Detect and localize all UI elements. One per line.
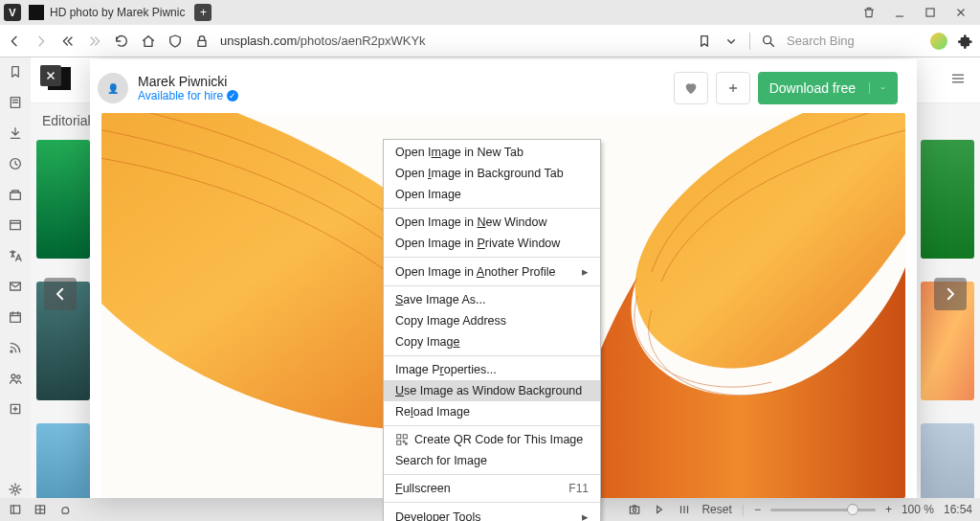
browser-toolbar: unsplash.com/photos/aenR2pxWKYk Search B… [0, 25, 980, 57]
search-input[interactable]: Search Bing [787, 30, 921, 53]
svg-rect-18 [11, 506, 19, 513]
zoom-out-button[interactable]: − [754, 503, 761, 516]
ctx-developer-tools[interactable]: Developer Tools▸ [384, 506, 600, 521]
next-photo-button[interactable] [934, 278, 967, 310]
ctx-save-as[interactable]: Save Image As... [384, 289, 600, 310]
svg-rect-17 [397, 441, 401, 444]
trash-icon[interactable] [854, 1, 884, 24]
svg-point-10 [11, 374, 15, 378]
settings-panel-icon[interactable] [7, 481, 24, 498]
search-icon[interactable] [760, 33, 777, 50]
svg-rect-5 [11, 193, 21, 199]
verified-icon: ✓ [227, 90, 238, 102]
bookmarks-panel-icon[interactable] [7, 63, 24, 80]
add-panel-icon[interactable] [7, 400, 24, 418]
thumbnail[interactable] [921, 140, 974, 259]
reading-list-panel-icon[interactable] [7, 94, 24, 111]
profile-avatar-icon[interactable] [930, 33, 947, 50]
lock-icon[interactable] [193, 33, 211, 50]
page-actions-icon[interactable] [652, 502, 667, 517]
thumbnail[interactable] [36, 140, 90, 259]
svg-point-11 [17, 375, 20, 378]
thumb-column-right [921, 140, 974, 498]
qr-icon [395, 433, 409, 446]
context-menu: Open Image in New Tab Open Image in Back… [383, 139, 601, 521]
like-button[interactable] [674, 72, 708, 104]
ctx-open-profile[interactable]: Open Image in Another Profile▸ [384, 260, 600, 283]
shield-icon[interactable] [167, 33, 184, 50]
add-to-collection-button[interactable] [716, 72, 750, 104]
tab-title[interactable]: HD photo by Marek Piwnic [50, 6, 185, 19]
ctx-copy-image[interactable]: Copy Image [384, 331, 600, 352]
svg-point-2 [764, 35, 771, 43]
author-avatar-icon[interactable]: 👤 [98, 73, 128, 103]
history-panel-icon[interactable] [7, 155, 24, 172]
svg-point-13 [13, 487, 17, 491]
rewind-button[interactable] [59, 33, 77, 50]
ctx-search-image[interactable]: Search for Image [384, 450, 600, 471]
downloads-panel-icon[interactable] [7, 125, 24, 142]
zoom-label: 100 % [902, 503, 934, 516]
translate-panel-icon[interactable] [7, 247, 24, 264]
ctx-qr-code[interactable]: Create QR Code for This Image [384, 429, 600, 450]
ctx-open-new-tab[interactable]: Open Image in New Tab [384, 142, 600, 163]
home-button[interactable] [140, 33, 157, 50]
zoom-reset-button[interactable]: Reset [702, 503, 731, 516]
thumbnail[interactable] [921, 423, 974, 498]
calendar-panel-icon[interactable] [7, 308, 24, 326]
svg-rect-0 [926, 9, 934, 16]
capture-icon[interactable] [627, 502, 642, 517]
bookmark-icon[interactable] [696, 33, 713, 50]
mail-panel-icon[interactable] [7, 278, 24, 295]
back-button[interactable] [6, 33, 23, 50]
svg-rect-20 [631, 507, 639, 513]
ctx-open-bg-tab[interactable]: Open Image in Background Tab [384, 163, 600, 184]
download-label: Download free [769, 80, 856, 96]
ctx-open-image[interactable]: Open Image [384, 184, 600, 205]
contacts-panel-icon[interactable] [7, 370, 24, 387]
ctx-fullscreen[interactable]: FullscreenF11 [384, 478, 600, 499]
extensions-icon[interactable] [957, 33, 974, 50]
reload-button[interactable] [113, 33, 130, 50]
thumbnail[interactable] [36, 423, 90, 498]
panel-toggle-icon[interactable] [8, 502, 23, 517]
zoom-in-button[interactable]: + [885, 503, 892, 516]
title-bar: V HD photo by Marek Piwnic + [0, 0, 980, 25]
forward-button[interactable] [33, 33, 50, 50]
thumb-column-left [36, 140, 90, 498]
ctx-reload-image[interactable]: Reload Image [384, 401, 600, 422]
ctx-open-new-window[interactable]: Open Image in New Window [384, 212, 600, 233]
close-window-button[interactable] [946, 1, 976, 24]
bookmark-dropdown-icon[interactable] [723, 33, 740, 50]
fast-forward-button[interactable] [86, 33, 103, 50]
tiling-icon[interactable] [33, 502, 48, 517]
download-button[interactable]: Download free [758, 72, 898, 104]
notes-panel-icon[interactable] [7, 186, 24, 203]
side-panel [0, 57, 31, 498]
site-menu-icon[interactable] [949, 70, 967, 91]
ctx-copy-address[interactable]: Copy Image Address [384, 310, 600, 331]
close-modal-button[interactable] [40, 65, 61, 86]
zoom-slider[interactable] [770, 509, 876, 511]
tab-favicon-icon [29, 5, 44, 20]
sync-icon[interactable] [57, 502, 73, 517]
address-bar[interactable]: unsplash.com/photos/aenR2pxWKYk [220, 34, 686, 48]
new-tab-button[interactable]: + [194, 4, 212, 21]
maximize-button[interactable] [915, 1, 946, 24]
download-dropdown-icon[interactable] [869, 82, 886, 94]
ctx-image-properties[interactable]: Image Properties... [384, 359, 600, 380]
editorial-link[interactable]: Editorial [42, 113, 91, 128]
modal-header: 👤 Marek Piwnicki Available for hire✓ Dow… [98, 66, 898, 110]
window-panel-icon[interactable] [7, 216, 24, 234]
minimize-button[interactable] [884, 1, 915, 24]
ctx-open-private[interactable]: Open Image in Private Window [384, 233, 600, 254]
zoom-thumb-icon[interactable] [847, 504, 858, 515]
feeds-panel-icon[interactable] [7, 339, 24, 356]
ctx-use-as-background[interactable]: Use Image as Window Background [384, 380, 600, 401]
svg-rect-8 [11, 313, 21, 322]
hire-link[interactable]: Available for hire✓ [138, 89, 238, 102]
prev-photo-button[interactable] [44, 278, 77, 310]
author-name[interactable]: Marek Piwnicki [138, 74, 238, 89]
break-mode-icon[interactable] [677, 502, 692, 517]
svg-point-21 [634, 509, 637, 512]
